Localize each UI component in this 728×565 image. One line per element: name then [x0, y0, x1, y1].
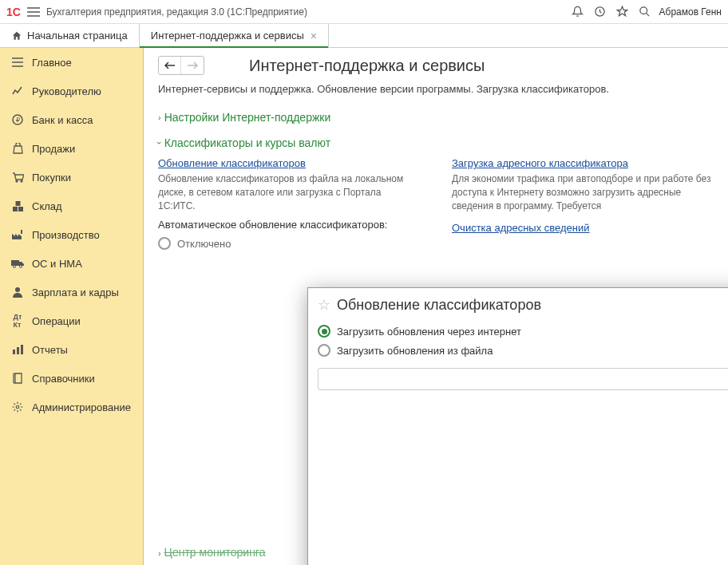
- nav-arrows: [158, 56, 204, 75]
- tab-label: Интернет-поддержка и сервисы: [151, 30, 304, 41]
- section-settings[interactable]: › Настройки Интернет-поддержки: [144, 103, 728, 128]
- radio-load-file[interactable]: [318, 344, 330, 357]
- tab-internet-support[interactable]: Интернет-поддержка и сервисы ×: [140, 24, 329, 47]
- tabbar: Начальная страница Интернет-поддержка и …: [0, 24, 728, 48]
- page-subtitle: Интернет-сервисы и поддержка. Обновление…: [144, 83, 728, 103]
- radio-label: Загрузить обновления через интернет: [337, 326, 521, 338]
- desc-update-classifiers: Обновление классификаторов из файла на л…: [158, 172, 420, 212]
- svg-rect-14: [21, 345, 23, 354]
- svg-text:₽: ₽: [16, 117, 20, 124]
- sidebar-item-label: Администрирование: [32, 401, 131, 413]
- sidebar-item-label: Операции: [32, 315, 81, 327]
- person-icon: [11, 286, 24, 298]
- nav-forward-button[interactable]: [181, 57, 204, 74]
- dtkt-icon: ДтКт: [11, 314, 24, 327]
- truck-icon: [11, 257, 24, 270]
- sidebar-item-label: Справочники: [32, 373, 95, 385]
- radio-label: Загрузить обновления из файла: [337, 345, 493, 357]
- chart-line-icon: [11, 85, 24, 97]
- user-name[interactable]: Абрамов Генн: [659, 6, 722, 18]
- chevron-right-icon: ›: [158, 113, 161, 122]
- sidebar-item-label: Склад: [32, 200, 62, 212]
- sidebar-item-label: Продажи: [32, 143, 75, 155]
- link-clear-address-data[interactable]: Очистка адресных сведений: [452, 222, 590, 234]
- svg-point-9: [14, 266, 16, 268]
- modal-title: Обновление классификаторов: [337, 297, 728, 314]
- ruble-icon: ₽: [11, 113, 24, 126]
- svg-rect-7: [18, 207, 23, 211]
- sidebar-item-label: Главное: [32, 57, 72, 69]
- sidebar-item-label: ОС и НМА: [32, 258, 82, 270]
- cart-icon: [11, 171, 24, 184]
- app-title: Бухгалтерия предприятия, редакция 3.0 (1…: [46, 6, 307, 18]
- section-label: Настройки Интернет-поддержки: [164, 111, 331, 124]
- tab-home-label: Начальная страница: [27, 30, 128, 41]
- sidebar-item-assets[interactable]: ОС и НМА: [0, 249, 143, 278]
- file-path-input[interactable]: [318, 368, 728, 390]
- sidebar-item-label: Производство: [32, 229, 100, 241]
- link-load-address-classifier[interactable]: Загрузка адресного классификатора: [452, 157, 628, 169]
- chevron-right-icon: ›: [158, 548, 161, 558]
- history-icon[interactable]: [592, 4, 608, 20]
- boxes-icon: [11, 200, 24, 212]
- section-monitoring-peek[interactable]: › Центр мониторинга: [158, 546, 265, 559]
- bell-icon[interactable]: [570, 4, 586, 20]
- close-icon[interactable]: ×: [311, 30, 317, 42]
- svg-point-11: [15, 287, 20, 292]
- svg-point-15: [16, 405, 19, 409]
- chevron-down-icon: ›: [155, 141, 164, 144]
- gear-icon: [11, 401, 24, 413]
- star-icon[interactable]: [615, 4, 631, 20]
- search-icon[interactable]: [637, 4, 653, 20]
- sidebar-item-operations[interactable]: ДтКт Операции: [0, 306, 143, 335]
- radio-label: Отключено: [177, 238, 231, 250]
- sidebar-item-references[interactable]: Справочники: [0, 364, 143, 393]
- desc-address-classifier: Для экономии трафика при автоподборе и п…: [452, 172, 714, 212]
- svg-rect-12: [13, 350, 15, 354]
- sidebar-item-label: Руководителю: [32, 85, 101, 97]
- logo-1c: 1C: [6, 6, 21, 18]
- auto-update-label: Автоматическое обновление классификаторо…: [158, 219, 420, 231]
- svg-point-10: [20, 266, 22, 268]
- modal-update-classifiers: ☆ Обновление классификаторов ⋮ × Загрузи…: [307, 287, 728, 565]
- hamburger-icon[interactable]: [27, 7, 40, 17]
- section-classifiers[interactable]: › Классификаторы и курсы валют: [144, 128, 728, 154]
- sidebar-item-reports[interactable]: Отчеты: [0, 335, 143, 364]
- tab-home[interactable]: Начальная страница: [0, 24, 140, 47]
- bar-chart-icon: [11, 343, 24, 356]
- svg-rect-6: [13, 207, 18, 211]
- section-label: Классификаторы и курсы валют: [164, 136, 330, 149]
- radio-disabled[interactable]: [158, 237, 171, 250]
- bag-icon: [11, 142, 24, 155]
- sidebar-item-label: Банк и касса: [32, 114, 93, 126]
- sidebar-item-salary[interactable]: Зарплата и кадры: [0, 278, 143, 306]
- page-title: Интернет-поддержка и сервисы: [249, 57, 485, 75]
- svg-rect-8: [15, 201, 20, 206]
- radio-load-internet[interactable]: [318, 325, 330, 338]
- sidebar-item-admin[interactable]: Администрирование: [0, 393, 143, 421]
- book-icon: [11, 372, 24, 385]
- nav-back-button[interactable]: [159, 57, 181, 74]
- content-area: Интернет-поддержка и сервисы Интернет-се…: [144, 48, 728, 565]
- sidebar: Главное Руководителю ₽ Банк и касса Прод…: [0, 48, 144, 565]
- factory-icon: [11, 228, 24, 241]
- list-icon: [11, 56, 24, 69]
- sidebar-item-manager[interactable]: Руководителю: [0, 77, 143, 105]
- sidebar-item-label: Зарплата и кадры: [32, 286, 119, 298]
- svg-point-5: [21, 180, 22, 182]
- svg-point-1: [640, 7, 647, 14]
- sidebar-item-sales[interactable]: Продажи: [0, 134, 143, 163]
- sidebar-item-production[interactable]: Производство: [0, 220, 143, 249]
- svg-rect-13: [17, 347, 19, 354]
- sidebar-item-bank[interactable]: ₽ Банк и касса: [0, 105, 143, 134]
- sidebar-item-label: Покупки: [32, 172, 71, 184]
- sidebar-item-main[interactable]: Главное: [0, 48, 143, 77]
- sidebar-item-warehouse[interactable]: Склад: [0, 192, 143, 220]
- link-update-classifiers[interactable]: Обновление классификаторов: [158, 157, 306, 169]
- titlebar: 1C Бухгалтерия предприятия, редакция 3.0…: [0, 0, 728, 24]
- favorite-star-icon[interactable]: ☆: [318, 296, 330, 314]
- sidebar-item-purchases[interactable]: Покупки: [0, 163, 143, 192]
- svg-point-4: [16, 180, 18, 182]
- sidebar-item-label: Отчеты: [32, 344, 68, 356]
